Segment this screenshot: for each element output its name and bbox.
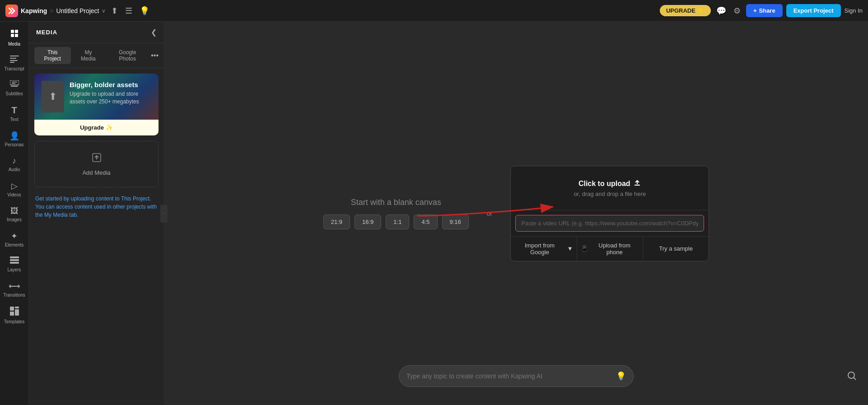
- svg-rect-10: [12, 82, 17, 83]
- subtitles-label: Subtitles: [5, 91, 23, 96]
- svg-rect-7: [10, 62, 14, 63]
- upload-phone-button[interactable]: 📱 Upload from phone: [577, 237, 643, 261]
- audio-label: Audio: [9, 167, 20, 172]
- tab-google-photos[interactable]: Google Photos: [106, 47, 149, 64]
- storyboard-button[interactable]: ☰: [123, 4, 134, 18]
- canvas-center: Start with a blank canvas 21:9 16:9 1:1 …: [323, 166, 709, 261]
- layers-label: Layers: [7, 267, 21, 272]
- upgrade-card[interactable]: ⬆ Bigger, bolder assets Upgrade to uploa…: [34, 74, 159, 135]
- sidebar-item-layers[interactable]: Layers: [1, 253, 28, 276]
- upgrade-card-content: ⬆ Bigger, bolder assets Upgrade to uploa…: [34, 74, 159, 120]
- svg-rect-4: [10, 56, 19, 56]
- upgrade-button[interactable]: UPGRADE ⚡: [660, 5, 711, 16]
- upgrade-card-description: Upgrade to upload and store assets over …: [70, 90, 151, 106]
- collapse-handle[interactable]: ·: [160, 205, 168, 223]
- share-button[interactable]: + Share: [746, 4, 783, 17]
- aspect-ratios: 21:9 16:9 1:1 4:5 9:16: [323, 214, 469, 229]
- panel-hint-link[interactable]: My Media tab.: [44, 212, 78, 218]
- upload-click-text: Click to upload: [523, 179, 696, 189]
- elements-label: Elements: [5, 242, 24, 247]
- export-label: Export Project: [793, 7, 834, 14]
- blank-canvas-section: Start with a blank canvas 21:9 16:9 1:1 …: [323, 198, 469, 229]
- sidebar-item-transitions[interactable]: ⟷ Transitions: [1, 278, 28, 301]
- elements-icon: ✦: [11, 231, 18, 241]
- add-media-label: Add Media: [82, 169, 110, 176]
- panel-close-button[interactable]: ❮: [151, 28, 157, 37]
- tab-this-project[interactable]: This Project: [34, 47, 71, 64]
- aspect-btn-16-9[interactable]: 16:9: [355, 214, 381, 229]
- svg-point-21: [848, 372, 854, 378]
- sidebar-item-images[interactable]: 🖼 Images: [1, 203, 28, 226]
- videos-label: Videos: [7, 192, 21, 197]
- aspect-btn-9-16[interactable]: 9:16: [442, 214, 469, 229]
- side-panel: MEDIA ❮ This Project My Media Google Pho…: [29, 22, 164, 405]
- sidebar-item-personas[interactable]: 👤 Personas: [1, 127, 28, 151]
- transitions-label: Transitions: [3, 293, 25, 298]
- upload-drop-zone[interactable]: Click to upload or, drag and drop a file…: [511, 166, 709, 210]
- upload-button[interactable]: ⬆: [109, 4, 120, 18]
- project-title[interactable]: Untitled Project: [56, 7, 99, 14]
- transcript-label: Transcript: [4, 66, 24, 71]
- tab-more-button[interactable]: •••: [151, 51, 159, 60]
- settings-icon[interactable]: ⚙: [732, 4, 742, 18]
- upgrade-card-text: Bigger, bolder assets Upgrade to upload …: [70, 81, 151, 106]
- panel-title: MEDIA: [36, 29, 57, 36]
- transitions-icon: ⟷: [9, 281, 20, 291]
- upload-phone-icon: 📱: [581, 245, 588, 252]
- sidebar-item-templates[interactable]: Templates: [1, 303, 28, 328]
- sidebar-item-videos[interactable]: ▷ Videos: [1, 177, 28, 201]
- url-input[interactable]: [515, 215, 704, 232]
- canvas-area[interactable]: Start with a blank canvas 21:9 16:9 1:1 …: [164, 22, 868, 405]
- svg-rect-8: [10, 80, 19, 85]
- upload-phone-label: Upload from phone: [590, 242, 639, 256]
- canvas-options-row: Start with a blank canvas 21:9 16:9 1:1 …: [323, 166, 709, 261]
- signin-button[interactable]: Sign In: [845, 7, 863, 14]
- ai-prompt-input[interactable]: [406, 372, 611, 380]
- icon-nav: Media Transcript: [0, 22, 29, 405]
- sidebar-item-elements[interactable]: ✦ Elements: [1, 228, 28, 251]
- svg-rect-18: [10, 312, 14, 316]
- ai-prompt-bar: 💡: [399, 365, 634, 387]
- templates-label: Templates: [4, 319, 25, 324]
- add-media-area[interactable]: Add Media: [34, 141, 159, 187]
- svg-rect-14: [10, 262, 19, 264]
- bulb-icon[interactable]: 💡: [138, 4, 151, 18]
- upgrade-icon: ⚡: [697, 7, 705, 14]
- svg-rect-2: [11, 34, 14, 37]
- comments-icon[interactable]: 💬: [714, 4, 728, 18]
- share-label: Share: [759, 7, 775, 14]
- subtitles-icon: [10, 80, 19, 90]
- try-sample-button[interactable]: Try a sample: [643, 237, 709, 261]
- text-label: Text: [10, 117, 18, 122]
- kapwing-logo[interactable]: [5, 5, 18, 17]
- share-plus-icon: +: [753, 7, 757, 14]
- personas-icon: 👤: [9, 131, 19, 141]
- layers-icon: [10, 256, 19, 266]
- tab-my-media[interactable]: My Media: [73, 47, 104, 64]
- upgrade-card-btn-label: Upgrade: [80, 124, 104, 131]
- svg-rect-9: [11, 86, 18, 87]
- aspect-btn-1-1[interactable]: 1:1: [386, 214, 409, 229]
- svg-rect-17: [15, 309, 19, 316]
- sidebar-item-media[interactable]: Media: [1, 25, 28, 50]
- project-chevron-icon[interactable]: ∨: [102, 8, 106, 14]
- import-google-button[interactable]: Import from Google ▼: [511, 237, 577, 261]
- upgrade-card-button[interactable]: Upgrade ✨: [34, 120, 159, 135]
- svg-rect-13: [10, 259, 19, 261]
- svg-rect-3: [15, 34, 18, 37]
- sidebar-item-audio[interactable]: ♪ Audio: [1, 153, 28, 176]
- personas-label: Personas: [5, 142, 23, 147]
- signin-label: Sign In: [845, 7, 863, 14]
- sidebar-item-text[interactable]: T Text: [1, 102, 28, 126]
- drag-drop-label: or, drag and drop a file here: [523, 191, 696, 197]
- aspect-btn-21-9[interactable]: 21:9: [323, 214, 350, 229]
- sidebar-item-transcript[interactable]: Transcript: [1, 52, 28, 75]
- aspect-btn-4-5[interactable]: 4:5: [414, 214, 437, 229]
- upgrade-label: UPGRADE: [666, 7, 695, 14]
- upload-panel: Click to upload or, drag and drop a file…: [510, 166, 709, 261]
- search-button[interactable]: [847, 371, 857, 383]
- sidebar-item-subtitles[interactable]: Subtitles: [1, 77, 28, 100]
- upgrade-star-icon: ✨: [106, 124, 113, 131]
- videos-icon: ▷: [11, 181, 18, 191]
- export-button[interactable]: Export Project: [786, 4, 841, 17]
